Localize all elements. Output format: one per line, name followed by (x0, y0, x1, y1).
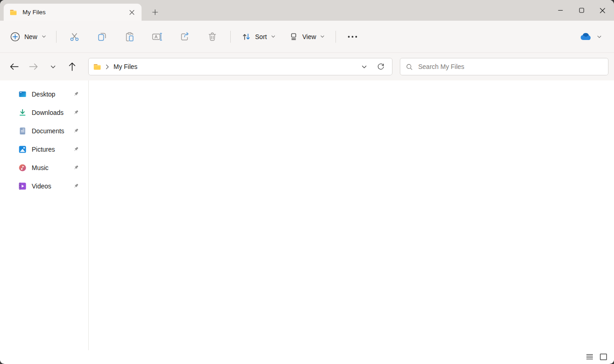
tab-my-files[interactable]: My Files (4, 4, 142, 21)
folder-icon (10, 9, 17, 16)
minimize-icon (558, 8, 563, 13)
close-window-button[interactable] (592, 0, 613, 21)
sidebar-item-pictures[interactable]: Pictures (0, 140, 88, 159)
details-view-button[interactable] (584, 352, 596, 363)
sidebar-item-label: Desktop (32, 91, 73, 98)
copy-icon (97, 31, 108, 42)
sort-icon (241, 32, 251, 42)
large-thumbnails-view-button[interactable] (597, 352, 609, 363)
desktop-icon (18, 90, 27, 98)
navigation-bar: My Files (0, 53, 614, 80)
close-icon (129, 10, 135, 15)
chevron-down-icon (50, 64, 56, 70)
close-icon (600, 8, 605, 13)
breadcrumb-chevron-icon (105, 64, 109, 69)
sidebar-item-label: Pictures (32, 146, 73, 153)
pin-icon (73, 146, 79, 153)
breadcrumb-my-files[interactable]: My Files (114, 63, 137, 70)
pin-icon (73, 183, 79, 189)
cut-button[interactable] (64, 28, 85, 46)
up-arrow-icon (68, 62, 76, 71)
refresh-icon (377, 63, 385, 71)
toolbar-divider (56, 31, 57, 43)
downloads-icon (18, 108, 27, 117)
pin-icon (73, 109, 79, 116)
window-controls (550, 0, 613, 21)
view-button-label: View (302, 33, 316, 40)
recent-locations-button[interactable] (45, 59, 61, 74)
back-button[interactable] (6, 59, 23, 74)
search-icon (406, 63, 413, 70)
delete-icon (207, 31, 218, 42)
sidebar: Desktop Downloads (0, 80, 89, 350)
view-layout-icon (289, 32, 299, 42)
documents-icon (18, 127, 27, 135)
details-view-icon (586, 354, 593, 360)
refresh-button[interactable] (374, 60, 387, 74)
pin-icon (73, 165, 79, 171)
explorer-body: Desktop Downloads (0, 80, 614, 350)
rename-icon (151, 31, 163, 42)
statusbar (0, 350, 614, 364)
up-button[interactable] (64, 59, 80, 74)
sidebar-item-desktop[interactable]: Desktop (0, 85, 88, 103)
chevron-down-icon (271, 34, 276, 39)
copy-button[interactable] (92, 28, 112, 46)
file-list-area[interactable] (89, 80, 614, 350)
onedrive-menu-button[interactable] (597, 34, 602, 40)
paste-button[interactable] (119, 28, 140, 46)
file-explorer-window: My Files New (0, 0, 614, 364)
sidebar-item-documents[interactable]: Documents (0, 122, 88, 140)
plus-icon (152, 9, 158, 15)
music-icon (18, 164, 27, 172)
tab-title: My Files (23, 9, 45, 16)
view-button[interactable]: View (284, 28, 330, 46)
toolbar-right (580, 33, 607, 40)
maximize-icon (579, 8, 584, 13)
toolbar-divider (335, 31, 336, 43)
titlebar: My Files (0, 0, 614, 21)
rename-button[interactable] (147, 28, 167, 46)
sidebar-item-label: Music (32, 164, 73, 171)
new-button-label: New (24, 33, 37, 40)
pictures-icon (18, 145, 27, 154)
cut-icon (69, 31, 80, 42)
search-input[interactable] (417, 63, 603, 71)
sidebar-item-videos[interactable]: Videos (0, 177, 88, 195)
delete-button[interactable] (202, 28, 222, 46)
sort-button[interactable]: Sort (237, 28, 280, 46)
more-options-icon (347, 35, 358, 38)
address-dropdown-button[interactable] (357, 60, 371, 74)
folder-icon (93, 63, 101, 70)
maximize-button[interactable] (571, 0, 592, 21)
pin-icon (73, 128, 79, 134)
paste-icon (124, 31, 135, 42)
onedrive-cloud-icon (580, 33, 592, 40)
forward-arrow-icon (29, 63, 38, 70)
large-thumbnails-view-icon (600, 353, 607, 360)
onedrive-button[interactable] (580, 33, 592, 40)
share-button[interactable] (175, 28, 195, 46)
address-bar[interactable]: My Files (88, 58, 392, 75)
forward-button[interactable] (25, 59, 42, 74)
address-bar-actions (357, 60, 387, 74)
new-button[interactable]: New (7, 28, 52, 46)
search-box[interactable] (400, 58, 608, 75)
minimize-button[interactable] (550, 0, 571, 21)
sidebar-item-music[interactable]: Music (0, 159, 88, 177)
new-tab-button[interactable] (148, 6, 162, 18)
command-toolbar: New (0, 21, 614, 53)
sidebar-item-label: Videos (32, 182, 73, 190)
chevron-down-icon (597, 34, 602, 40)
chevron-down-icon (361, 64, 367, 70)
tab-close-button[interactable] (126, 7, 138, 18)
chevron-down-icon (41, 34, 46, 39)
sort-button-label: Sort (255, 33, 267, 40)
share-icon (179, 31, 190, 42)
sidebar-item-downloads[interactable]: Downloads (0, 103, 88, 122)
videos-icon (18, 182, 27, 190)
sidebar-item-label: Documents (32, 127, 73, 135)
chevron-down-icon (320, 34, 325, 39)
toolbar-divider (230, 31, 231, 43)
more-options-button[interactable] (344, 28, 361, 46)
